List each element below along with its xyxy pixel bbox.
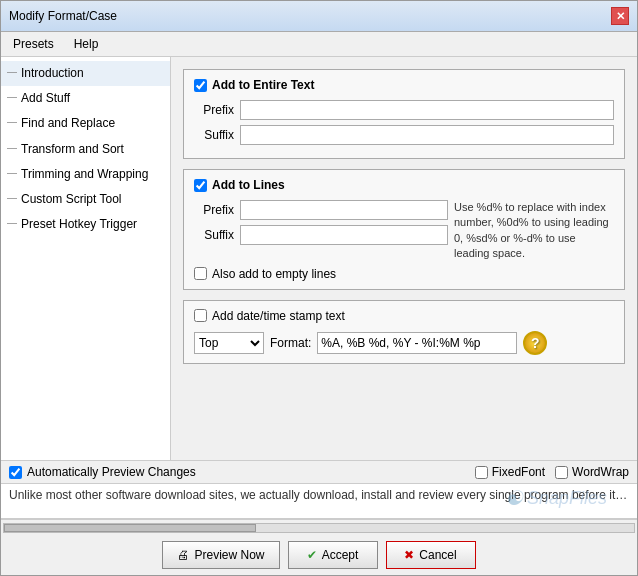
preview-icon: 🖨: [177, 548, 189, 562]
word-wrap-checkbox[interactable]: [555, 466, 568, 479]
prefix-entire-row: Prefix: [194, 100, 614, 120]
accept-icon: ✔: [307, 548, 317, 562]
add-lines-header: Add to Lines: [194, 178, 614, 192]
date-stamp-header: Add date/time stamp text: [194, 309, 614, 323]
add-lines-checkbox[interactable]: [194, 179, 207, 192]
main-window: Modify Format/Case ✕ Presets Help Introd…: [0, 0, 638, 576]
sidebar-item-trimming-wrapping[interactable]: Trimming and Wrapping: [1, 162, 170, 187]
preview-area: Unlike most other software download site…: [1, 483, 637, 519]
position-select[interactable]: Top Bottom: [194, 332, 264, 354]
add-entire-text-header: Add to Entire Text: [194, 78, 614, 92]
right-panel: Add to Entire Text Prefix Suffix Ad: [171, 57, 637, 460]
accept-button[interactable]: ✔ Accept: [288, 541, 378, 569]
preview-now-button[interactable]: 🖨 Preview Now: [162, 541, 279, 569]
format-input[interactable]: [317, 332, 517, 354]
suffix-entire-input[interactable]: [240, 125, 614, 145]
sidebar-item-find-replace[interactable]: Find and Replace: [1, 111, 170, 136]
lines-inputs: Prefix Suffix: [194, 200, 448, 262]
lines-two-col: Prefix Suffix Use %d% to replace with in…: [194, 200, 614, 262]
main-content: Introduction Add Stuff Find and Replace …: [1, 57, 637, 460]
date-stamp-checkbox-label[interactable]: Add date/time stamp text: [194, 309, 345, 323]
sidebar-item-custom-script[interactable]: Custom Script Tool: [1, 187, 170, 212]
prefix-lines-label: Prefix: [194, 203, 234, 217]
watermark-icon: ☯: [505, 486, 523, 510]
auto-preview-checkbox[interactable]: [9, 466, 22, 479]
also-add-checkbox[interactable]: [194, 267, 207, 280]
suffix-entire-row: Suffix: [194, 125, 614, 145]
date-stamp-section: Add date/time stamp text Top Bottom Form…: [183, 300, 625, 364]
date-stamp-checkbox[interactable]: [194, 309, 207, 322]
window-title: Modify Format/Case: [9, 9, 117, 23]
right-options: FixedFont WordWrap: [475, 465, 629, 479]
prefix-entire-input[interactable]: [240, 100, 614, 120]
sidebar-item-transform-sort[interactable]: Transform and Sort: [1, 137, 170, 162]
word-wrap-label[interactable]: WordWrap: [555, 465, 629, 479]
menu-presets[interactable]: Presets: [9, 35, 58, 53]
prefix-lines-row: Prefix: [194, 200, 448, 220]
prefix-lines-input[interactable]: [240, 200, 448, 220]
fixed-font-checkbox[interactable]: [475, 466, 488, 479]
auto-preview-label[interactable]: Automatically Preview Changes: [9, 465, 196, 479]
sidebar: Introduction Add Stuff Find and Replace …: [1, 57, 171, 460]
also-add-label[interactable]: Also add to empty lines: [194, 267, 336, 281]
menu-help[interactable]: Help: [70, 35, 103, 53]
add-entire-text-checkbox[interactable]: [194, 79, 207, 92]
suffix-lines-row: Suffix: [194, 225, 448, 245]
watermark: ☯ SnapFiles: [505, 486, 607, 510]
date-format-row: Top Bottom Format: ?: [194, 331, 614, 355]
suffix-lines-input[interactable]: [240, 225, 448, 245]
menu-bar: Presets Help: [1, 32, 637, 57]
scrollbar-area: [1, 519, 637, 535]
suffix-lines-label: Suffix: [194, 228, 234, 242]
fixed-font-label[interactable]: FixedFont: [475, 465, 545, 479]
add-lines-checkbox-label[interactable]: Add to Lines: [194, 178, 285, 192]
title-bar: Modify Format/Case ✕: [1, 1, 637, 32]
add-entire-text-section: Add to Entire Text Prefix Suffix: [183, 69, 625, 159]
cancel-icon: ✖: [404, 548, 414, 562]
add-lines-section: Add to Lines Prefix Suffix Us: [183, 169, 625, 290]
close-button[interactable]: ✕: [611, 7, 629, 25]
sidebar-item-preset-hotkey[interactable]: Preset Hotkey Trigger: [1, 212, 170, 237]
sidebar-item-introduction[interactable]: Introduction: [1, 61, 170, 86]
lines-description: Use %d% to replace with index number, %0…: [454, 200, 614, 262]
bottom-bar: Automatically Preview Changes FixedFont …: [1, 460, 637, 483]
cancel-button[interactable]: ✖ Cancel: [386, 541, 476, 569]
scrollbar-track[interactable]: [3, 523, 635, 533]
prefix-entire-label: Prefix: [194, 103, 234, 117]
help-button[interactable]: ?: [523, 331, 547, 355]
sidebar-item-add-stuff[interactable]: Add Stuff: [1, 86, 170, 111]
scrollbar-thumb[interactable]: [4, 524, 256, 532]
also-add-row: Also add to empty lines: [194, 267, 614, 281]
button-bar: 🖨 Preview Now ✔ Accept ✖ Cancel: [1, 535, 637, 575]
add-entire-text-checkbox-label[interactable]: Add to Entire Text: [194, 78, 314, 92]
format-label: Format:: [270, 336, 311, 350]
suffix-entire-label: Suffix: [194, 128, 234, 142]
